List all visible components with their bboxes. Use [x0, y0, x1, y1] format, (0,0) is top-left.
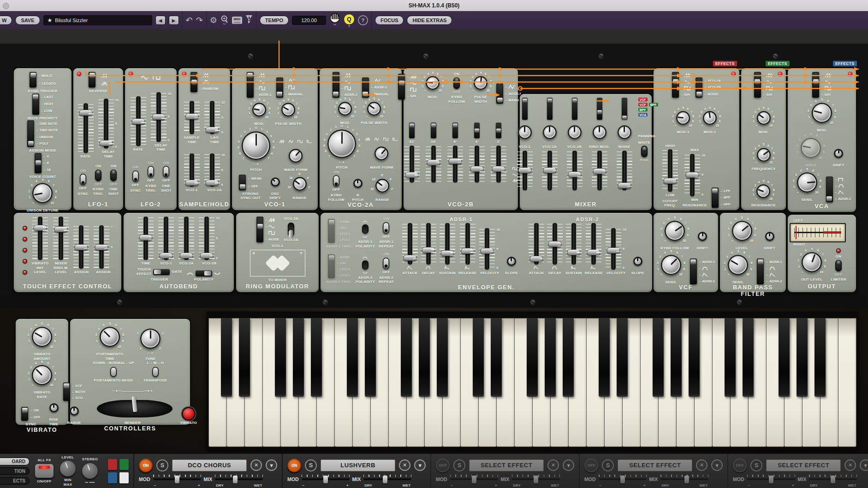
- cutoff-freq-slider[interactable]: [663, 178, 677, 184]
- resonance-knob[interactable]: [756, 184, 770, 198]
- fx-mod-slider[interactable]: −+: [599, 475, 647, 484]
- adsr-1-switch[interactable]: [496, 83, 503, 104]
- pitch-knob[interactable]: [327, 129, 356, 158]
- sens-knob[interactable]: [728, 255, 748, 275]
- fx-power-button[interactable]: ON: [287, 459, 301, 472]
- adsr-1-repeat-toggle[interactable]: [383, 222, 389, 234]
- adsr-2-switch[interactable]: [362, 77, 369, 98]
- vcf-switch[interactable]: [63, 382, 70, 401]
- assign-slider[interactable]: [95, 244, 108, 250]
- layout-square-1[interactable]: [119, 459, 129, 470]
- ring-mod-source-toggle[interactable]: [288, 223, 294, 236]
- control-slider[interactable]: [543, 167, 556, 173]
- control-slider[interactable]: [404, 255, 417, 261]
- black-key[interactable]: [689, 318, 700, 397]
- lpf-switch[interactable]: [712, 188, 719, 208]
- vco-2b-slider[interactable]: [200, 253, 214, 259]
- fx-remove-button[interactable]: ✕: [250, 459, 262, 471]
- adsr-1-switch[interactable]: [247, 72, 254, 98]
- adsr-2-switch[interactable]: [826, 176, 833, 202]
- one-shot-toggle[interactable]: [110, 170, 117, 181]
- clipped-left-button[interactable]: W: [0, 16, 12, 25]
- black-key[interactable]: [401, 318, 412, 397]
- view-tab-tion[interactable]: TION: [0, 467, 30, 475]
- window-control-button[interactable]: [3, 3, 9, 9]
- control-slider[interactable]: [568, 171, 581, 177]
- adsr-1-switch[interactable]: [757, 259, 764, 284]
- osc-drift-knob[interactable]: [271, 177, 280, 187]
- out-level-knob[interactable]: [802, 252, 822, 272]
- vco-2a-routing-switch[interactable]: [547, 98, 553, 120]
- mod-1-knob[interactable]: [676, 111, 690, 125]
- control-slider[interactable]: [481, 248, 494, 254]
- mod-knob[interactable]: [426, 76, 440, 90]
- kybd-trig-toggle[interactable]: [148, 166, 154, 177]
- vibrato-button[interactable]: [183, 408, 194, 419]
- redo-icon[interactable]: ↷: [196, 16, 203, 24]
- black-key[interactable]: [743, 318, 754, 397]
- control-knob[interactable]: [593, 125, 606, 139]
- portamento-time-knob[interactable]: [100, 327, 120, 347]
- fx-mod-slider[interactable]: −+: [302, 475, 350, 484]
- black-key[interactable]: [293, 318, 304, 397]
- 8-wave-switch[interactable]: [452, 123, 458, 138]
- control-slider[interactable]: [470, 166, 484, 172]
- 16-wave-switch[interactable]: [431, 123, 436, 138]
- black-key[interactable]: [545, 318, 556, 397]
- adsr-2-trig-switch[interactable]: [328, 254, 335, 278]
- kybd-trigger-switch[interactable]: [30, 72, 36, 88]
- control-slider[interactable]: [461, 248, 474, 254]
- tune-knob[interactable]: [140, 329, 161, 349]
- control-slider[interactable]: [440, 250, 454, 256]
- control-knob[interactable]: [618, 125, 631, 139]
- one-shot-toggle[interactable]: [163, 166, 169, 177]
- control-slider[interactable]: [607, 247, 620, 253]
- save-button[interactable]: SAVE: [15, 16, 40, 25]
- settings-gear-icon[interactable]: ⚙: [210, 16, 217, 24]
- black-key[interactable]: [617, 318, 628, 397]
- fx-mod-slider[interactable]: −+: [450, 475, 498, 484]
- range-knob[interactable]: [375, 179, 389, 193]
- adsr-1-polarity-toggle[interactable]: [362, 224, 369, 234]
- 2-wave-switch[interactable]: [496, 123, 501, 138]
- s-h-switch[interactable]: [672, 72, 679, 98]
- fx-select-dropdown[interactable]: ▼: [563, 459, 574, 471]
- control-slider[interactable]: [529, 256, 543, 262]
- reverse-switch[interactable]: [89, 72, 95, 88]
- mod-knob[interactable]: [252, 103, 266, 117]
- wave-form-knob[interactable]: [289, 149, 303, 163]
- fx-solo-button[interactable]: S: [750, 459, 762, 471]
- pulse-width-knob[interactable]: [281, 103, 295, 117]
- kybd-trig-toggle[interactable]: [95, 170, 101, 181]
- view-tab-ects[interactable]: ECTS: [0, 477, 30, 485]
- black-key[interactable]: [797, 318, 808, 397]
- drift-knob[interactable]: [698, 232, 707, 241]
- control-slider[interactable]: [587, 249, 600, 255]
- drift-knob[interactable]: [765, 232, 774, 241]
- fx-name-display[interactable]: LUSHVERB: [321, 459, 395, 471]
- resonance-slider[interactable]: [686, 172, 699, 178]
- tempo-value-field[interactable]: 120.00: [292, 16, 326, 25]
- undo-icon[interactable]: ↶: [186, 16, 193, 24]
- chevron-down-icon[interactable]: ▼: [348, 25, 351, 27]
- layout-square-0[interactable]: [108, 459, 117, 470]
- focus-button[interactable]: FOCUS: [375, 16, 404, 25]
- fx-select-dropdown[interactable]: ▼: [860, 459, 868, 471]
- frequency-knob[interactable]: [757, 148, 771, 162]
- noise-switch[interactable]: [256, 217, 263, 242]
- black-key[interactable]: [437, 318, 448, 397]
- manual-switch[interactable]: [276, 77, 283, 98]
- black-key[interactable]: [491, 318, 502, 397]
- range-knob[interactable]: [70, 406, 79, 416]
- s-h-switch[interactable]: [398, 74, 405, 100]
- fx-level-knob[interactable]: [60, 461, 76, 476]
- control-slider[interactable]: [405, 172, 419, 178]
- control-knob[interactable]: [568, 125, 582, 139]
- kybd-follow-knob[interactable]: [665, 221, 685, 241]
- vco-1-slider[interactable]: [185, 180, 198, 186]
- adsr-2-switch[interactable]: [333, 72, 339, 98]
- rise-time-knob[interactable]: [49, 403, 59, 412]
- note-priority-switch[interactable]: [32, 94, 39, 115]
- fx-mix-slider[interactable]: DRYWET: [809, 475, 857, 484]
- kybd-follow-toggle[interactable]: [453, 77, 460, 89]
